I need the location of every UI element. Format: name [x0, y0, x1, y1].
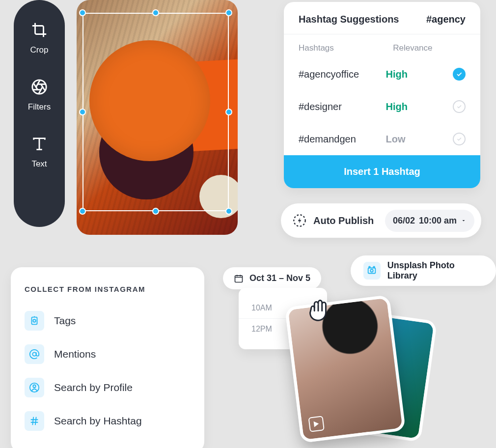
lightning-icon	[293, 214, 306, 227]
collect-tags[interactable]: Tags	[25, 304, 191, 337]
aperture-icon	[31, 79, 48, 95]
collect-heading: Collect from Instagram	[25, 285, 191, 293]
hashtag-row[interactable]: #demandgen Low	[284, 123, 480, 155]
crop-handle-ml[interactable]	[79, 109, 86, 115]
svg-rect-11	[235, 276, 243, 282]
crop-label: Crop	[30, 45, 49, 55]
hashtag-col-relevance: Relevance	[393, 43, 466, 53]
filters-tool[interactable]: Filters	[28, 79, 51, 112]
collect-hashtag[interactable]: Search by Hashtag	[25, 404, 191, 438]
svg-point-7	[33, 319, 36, 322]
play-icon	[308, 416, 324, 432]
at-icon	[25, 344, 44, 364]
svg-rect-6	[32, 317, 37, 325]
crop-handle-mr[interactable]	[225, 109, 232, 115]
svg-point-10	[33, 385, 36, 388]
filters-label: Filters	[28, 102, 51, 112]
hashtag-current-tag: #agency	[426, 14, 466, 25]
chevron-down-icon	[461, 218, 467, 224]
auto-publish-pill: Auto Publish 06/02 10:00 am	[281, 203, 481, 238]
crop-handle-tm[interactable]	[152, 9, 159, 16]
text-label: Text	[31, 159, 47, 169]
insert-hashtag-button[interactable]: Insert 1 Hashtag	[284, 155, 480, 188]
hashtag-row[interactable]: #agencyoffice High	[284, 58, 480, 90]
unsplash-label: Unsplash Photo Library	[387, 260, 483, 281]
date-range-pill[interactable]: Oct 31 – Nov 5	[223, 267, 321, 289]
date-range-label: Oct 31 – Nov 5	[249, 273, 310, 283]
svg-point-4	[369, 266, 370, 268]
crop-handle-tl[interactable]	[79, 9, 86, 16]
check-icon[interactable]	[453, 68, 466, 81]
svg-point-5	[374, 266, 375, 268]
check-icon[interactable]	[453, 100, 466, 113]
check-icon[interactable]	[453, 133, 466, 145]
crop-handle-bl[interactable]	[79, 208, 86, 215]
editor-toolbar: Crop Filters Text	[14, 0, 65, 227]
text-icon	[31, 136, 48, 152]
collect-profile[interactable]: Search by Profile	[25, 371, 191, 404]
hashtag-card-title: Hashtag Suggestions	[299, 14, 399, 25]
svg-point-3	[371, 269, 374, 272]
calendar-icon	[234, 274, 244, 283]
publish-datetime-select[interactable]: 06/02 10:00 am	[385, 210, 474, 232]
crop-handle-br[interactable]	[225, 208, 232, 215]
auto-publish-label: Auto Publish	[313, 215, 385, 226]
tag-icon	[25, 311, 44, 331]
photo-library-icon	[363, 262, 381, 280]
grab-cursor-icon	[303, 293, 333, 323]
text-tool[interactable]: Text	[31, 136, 48, 169]
hashtag-icon	[25, 411, 44, 431]
crop-handle-bm[interactable]	[152, 208, 159, 215]
crop-tool[interactable]: Crop	[30, 22, 49, 55]
hashtag-col-name: Hashtags	[299, 43, 393, 53]
collect-mentions[interactable]: Mentions	[25, 337, 191, 371]
crop-icon	[31, 22, 48, 38]
collect-instagram-card: Collect from Instagram Tags Mentions Sea…	[11, 267, 204, 448]
hashtag-row[interactable]: #designer High	[284, 90, 480, 123]
profile-icon	[25, 378, 44, 397]
hashtag-suggestions-card: Hashtag Suggestions #agency Hashtags Rel…	[284, 2, 480, 188]
svg-point-8	[32, 352, 36, 356]
crop-rectangle[interactable]	[83, 13, 229, 211]
unsplash-library-button[interactable]: Unsplash Photo Library	[351, 255, 496, 286]
svg-rect-2	[368, 268, 376, 274]
crop-handle-tr[interactable]	[225, 9, 232, 16]
